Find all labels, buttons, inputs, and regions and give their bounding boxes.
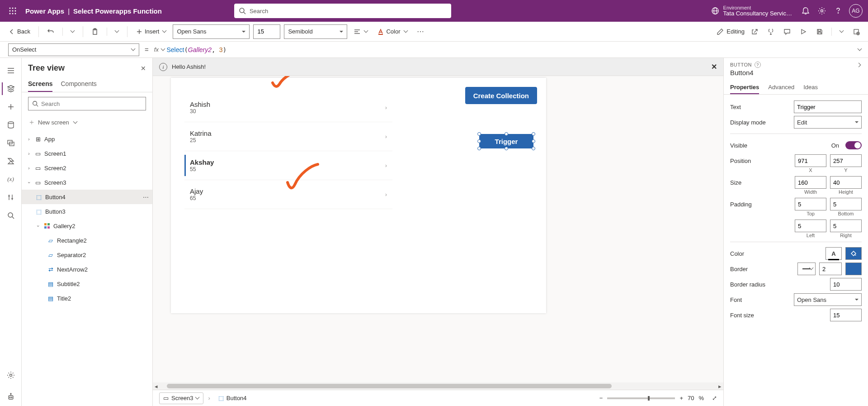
property-select[interactable]: OnSelect [8, 43, 139, 56]
formula-text[interactable]: Select(Gallery2, 3) [167, 46, 227, 53]
font-name-select[interactable]: Open Sans [173, 24, 250, 39]
info-close-icon[interactable]: ✕ [711, 62, 717, 71]
rail-hamburger-icon[interactable] [2, 62, 20, 80]
rail-tree-view-icon[interactable] [2, 80, 20, 98]
gallery-item[interactable]: Ajay65› [184, 180, 392, 209]
tree-node-subtitle2[interactable]: ▤Subtitle2 [22, 277, 152, 291]
gallery-item[interactable]: Akshay55› [184, 151, 392, 180]
tree-node-screen1[interactable]: ›▭Screen1 [22, 146, 152, 161]
tree-node-app[interactable]: ›⊞App [22, 132, 152, 146]
gallery-item[interactable]: Katrina25› [184, 122, 392, 151]
prop-pad-right-input[interactable] [830, 220, 862, 232]
chevron-right-icon[interactable]: › [385, 162, 387, 169]
gallery2[interactable]: Ashish30› Katrina25› Akshay55› Ajay65› [184, 93, 392, 209]
prop-border-width-input[interactable] [819, 263, 842, 275]
zoom-out-icon[interactable]: − [599, 395, 603, 401]
gallery-item[interactable]: Ashish30› [184, 93, 392, 122]
tree-node-screen3[interactable]: ›▭Screen3 [22, 175, 152, 190]
tree-node-title2[interactable]: ▤Title2 [22, 291, 152, 306]
tab-advanced[interactable]: Advanced [768, 81, 794, 94]
tab-properties[interactable]: Properties [730, 81, 759, 94]
prop-font-size-input[interactable] [830, 309, 862, 321]
tab-screens[interactable]: Screens [28, 76, 52, 92]
tree-node-rectangle2[interactable]: ▱Rectangle2 [22, 233, 152, 248]
chevron-right-icon[interactable]: › [385, 191, 387, 198]
align-button[interactable] [351, 24, 371, 39]
prop-display-mode-select[interactable]: Edit [794, 116, 862, 129]
rail-insert-icon[interactable] [2, 98, 20, 116]
undo-button[interactable] [44, 24, 57, 39]
chevron-right-icon[interactable]: › [385, 104, 387, 111]
more-icon[interactable]: ⋯ [143, 194, 149, 201]
rail-data-icon[interactable] [2, 116, 20, 134]
fit-to-screen-icon[interactable]: ⤢ [712, 395, 717, 401]
more-commands[interactable]: ⋯ [414, 24, 427, 39]
tab-ideas[interactable]: Ideas [803, 81, 818, 94]
close-icon[interactable]: ✕ [141, 65, 146, 72]
breadcrumb-control[interactable]: ⬚Button4 [215, 392, 250, 404]
user-avatar[interactable]: AG [849, 4, 863, 18]
chevron-right-icon[interactable] [858, 63, 862, 67]
tree-search-input[interactable] [41, 100, 142, 107]
horizontal-scrollbar[interactable]: ◂ ▸ [153, 382, 723, 390]
tab-components[interactable]: Components [61, 76, 96, 92]
tree-node-gallery2[interactable]: ›Gallery2 [22, 219, 152, 233]
notifications-icon[interactable] [797, 3, 814, 19]
zoom-in-icon[interactable]: + [679, 395, 683, 401]
breadcrumb-screen[interactable]: ▭Screen3 [159, 392, 203, 404]
zoom-slider[interactable] [607, 397, 675, 399]
rail-power-automate-icon[interactable] [2, 152, 20, 170]
rail-virtual-agent-icon[interactable] [2, 388, 20, 406]
environment-picker[interactable]: Environment Tata Consultancy Servic… [707, 3, 792, 19]
prop-border-radius-input[interactable] [830, 278, 862, 291]
prop-pad-top-input[interactable] [795, 198, 826, 210]
publish-icon[interactable] [850, 24, 863, 39]
prop-pad-left-input[interactable] [795, 220, 826, 232]
prop-pad-bottom-input[interactable] [830, 198, 862, 210]
prop-text-input[interactable] [794, 100, 862, 113]
font-weight-select[interactable]: Semibold [284, 24, 347, 39]
new-screen-button[interactable]: ＋ New screen [22, 115, 152, 130]
global-search[interactable]: Search [234, 4, 451, 18]
formula-expand-icon[interactable] [858, 46, 862, 53]
help-icon[interactable]: ? [755, 62, 761, 68]
rail-media-icon[interactable] [2, 134, 20, 152]
save-dropdown[interactable] [837, 24, 846, 39]
back-button[interactable]: Back [5, 24, 33, 39]
create-collection-button[interactable]: Create Collection [465, 87, 537, 104]
fx-icon[interactable]: fx [154, 46, 165, 53]
app-launcher-icon[interactable] [5, 4, 20, 18]
prop-font-select[interactable]: Open Sans [794, 293, 862, 306]
editing-mode[interactable]: Editing [717, 28, 745, 35]
share-icon[interactable] [748, 24, 761, 39]
tree-node-separator2[interactable]: ▱Separator2 [22, 248, 152, 262]
prop-border-color[interactable] [845, 263, 862, 275]
font-size-input[interactable] [253, 24, 280, 39]
tree-node-screen2[interactable]: ›▭Screen2 [22, 161, 152, 175]
save-icon[interactable] [813, 24, 826, 39]
paste-button[interactable] [89, 24, 101, 39]
preview-icon[interactable] [797, 24, 810, 39]
prop-fill-color[interactable] [845, 247, 862, 260]
comments-icon[interactable] [781, 24, 793, 39]
tree-search[interactable] [28, 97, 146, 110]
rail-variables-icon[interactable]: (x) [2, 170, 20, 188]
rail-search-icon[interactable] [2, 206, 20, 224]
app-checker-icon[interactable] [764, 24, 777, 39]
paste-dropdown[interactable] [113, 24, 122, 39]
insert-button[interactable]: Insert [133, 24, 170, 39]
tree-node-button3[interactable]: ⬚Button3 [22, 204, 152, 219]
prop-x-input[interactable] [795, 154, 826, 167]
tree-node-button4[interactable]: ⬚Button4⋯ [22, 190, 152, 204]
prop-border-style[interactable] [797, 263, 816, 275]
rail-settings-icon[interactable] [2, 366, 20, 384]
help-icon[interactable] [830, 3, 846, 19]
prop-height-input[interactable] [830, 176, 862, 189]
undo-dropdown[interactable] [68, 24, 77, 39]
settings-icon[interactable] [814, 3, 830, 19]
chevron-right-icon[interactable]: › [385, 133, 387, 140]
prop-y-input[interactable] [830, 154, 862, 167]
prop-width-input[interactable] [795, 176, 826, 189]
rail-advanced-tools-icon[interactable] [2, 188, 20, 206]
prop-visible-toggle[interactable] [845, 141, 862, 149]
